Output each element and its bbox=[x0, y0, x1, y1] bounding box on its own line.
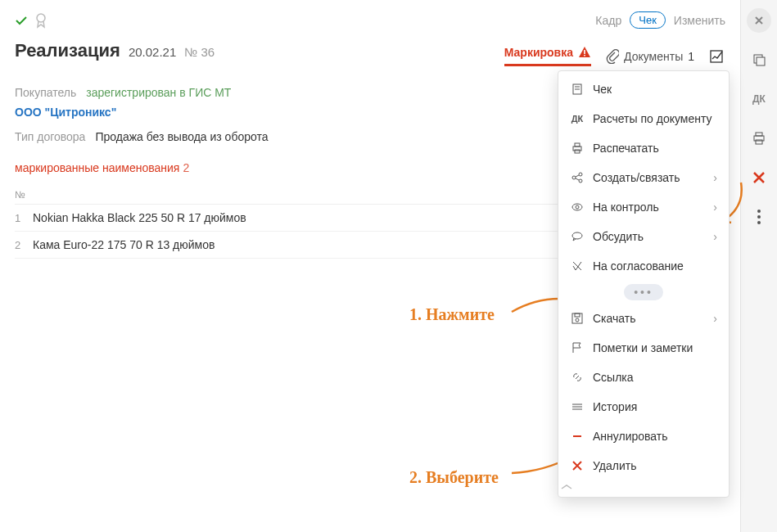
chat-icon bbox=[570, 229, 585, 244]
minus-icon bbox=[570, 429, 585, 444]
svg-rect-6 bbox=[575, 143, 580, 147]
chevron-right-icon: › bbox=[713, 230, 717, 243]
menu-item-dk[interactable]: ДК Расчеты по документу bbox=[558, 104, 729, 133]
menu-item-download[interactable]: Скачать › bbox=[558, 304, 729, 333]
svg-rect-2 bbox=[584, 55, 585, 56]
annotation-step2: 2. Выберите bbox=[409, 468, 499, 487]
svg-point-16 bbox=[576, 318, 579, 322]
svg-rect-18 bbox=[757, 57, 765, 65]
documents-dropdown: Чек ДК Расчеты по документу Распечатать … bbox=[558, 70, 730, 498]
svg-rect-20 bbox=[756, 133, 762, 136]
buyer-name[interactable]: ООО "Цитроникс" bbox=[15, 106, 116, 119]
menu-expand-dots[interactable]: ••• bbox=[558, 281, 729, 304]
title-date: 20.02.21 bbox=[129, 45, 176, 59]
chevron-right-icon: › bbox=[713, 312, 717, 325]
menu-item-link[interactable]: Ссылка bbox=[558, 363, 729, 392]
eye-icon bbox=[570, 200, 585, 214]
right-rail: ДК bbox=[740, 0, 777, 532]
chevron-right-icon: › bbox=[713, 201, 717, 214]
chevron-right-icon: › bbox=[713, 171, 717, 184]
kadr-label[interactable]: Кадр bbox=[595, 14, 621, 27]
contract-value: Продажа без вывода из оборота bbox=[95, 130, 268, 143]
warning-icon bbox=[578, 46, 591, 59]
buyer-label: Покупатель bbox=[15, 86, 76, 99]
svg-point-8 bbox=[572, 176, 576, 179]
menu-item-history[interactable]: История bbox=[558, 392, 729, 422]
svg-point-0 bbox=[37, 14, 45, 22]
more-icon[interactable] bbox=[747, 205, 771, 229]
x-icon bbox=[570, 458, 585, 473]
svg-point-10 bbox=[579, 179, 582, 183]
sign-button[interactable] bbox=[709, 48, 725, 65]
receipt-icon bbox=[570, 82, 585, 97]
svg-point-9 bbox=[579, 173, 582, 176]
menu-item-chek[interactable]: Чек bbox=[558, 74, 729, 104]
dk-icon[interactable]: ДК bbox=[747, 87, 771, 111]
flag-icon bbox=[570, 340, 585, 355]
share-icon bbox=[570, 170, 585, 185]
annotation-step1: 1. Нажмите bbox=[409, 305, 495, 324]
menu-item-notes[interactable]: Пометки и заметки bbox=[558, 333, 729, 363]
svg-rect-15 bbox=[575, 313, 580, 317]
menu-collapse-arrow[interactable] bbox=[558, 480, 729, 494]
history-icon bbox=[570, 399, 585, 414]
x-icon[interactable] bbox=[747, 165, 771, 190]
buyer-status: зарегистрирован в ГИС МТ bbox=[86, 86, 231, 99]
contract-label: Тип договора bbox=[15, 130, 85, 143]
top-row: Кадр Чек Изменить bbox=[15, 11, 725, 29]
svg-point-12 bbox=[576, 205, 579, 209]
chek-pill[interactable]: Чек bbox=[630, 11, 666, 29]
tab-marking[interactable]: Маркировка bbox=[504, 46, 591, 66]
ribbon-icon bbox=[34, 12, 47, 29]
approval-icon bbox=[570, 259, 585, 273]
menu-item-annul[interactable]: Аннулировать bbox=[558, 422, 729, 451]
new-window-icon[interactable] bbox=[747, 47, 771, 72]
check-icon bbox=[15, 14, 28, 27]
menu-item-create[interactable]: Создать/связать › bbox=[558, 163, 729, 192]
printer-icon bbox=[570, 141, 585, 156]
dk-icon: ДК bbox=[570, 111, 585, 126]
menu-item-approval[interactable]: На согласование bbox=[558, 251, 729, 281]
svg-rect-1 bbox=[584, 50, 585, 54]
svg-point-11 bbox=[572, 204, 582, 210]
menu-item-control[interactable]: На контроль › bbox=[558, 192, 729, 222]
title-num-prefix: № 36 bbox=[184, 45, 215, 59]
svg-rect-3 bbox=[711, 51, 722, 62]
printer-icon[interactable] bbox=[747, 126, 771, 151]
close-button[interactable] bbox=[747, 8, 771, 33]
save-icon bbox=[570, 311, 585, 326]
menu-item-delete[interactable]: Удалить bbox=[558, 451, 729, 480]
link-icon bbox=[570, 370, 585, 385]
menu-item-discuss[interactable]: Обсудить › bbox=[558, 222, 729, 251]
documents-link[interactable]: Документы 1 bbox=[606, 49, 694, 64]
menu-item-print[interactable]: Распечатать bbox=[558, 133, 729, 163]
status-icons bbox=[15, 12, 47, 29]
change-link[interactable]: Изменить bbox=[674, 14, 725, 27]
svg-point-13 bbox=[572, 232, 582, 239]
page-title: Реализация bbox=[15, 40, 120, 61]
paperclip-icon bbox=[606, 49, 619, 64]
